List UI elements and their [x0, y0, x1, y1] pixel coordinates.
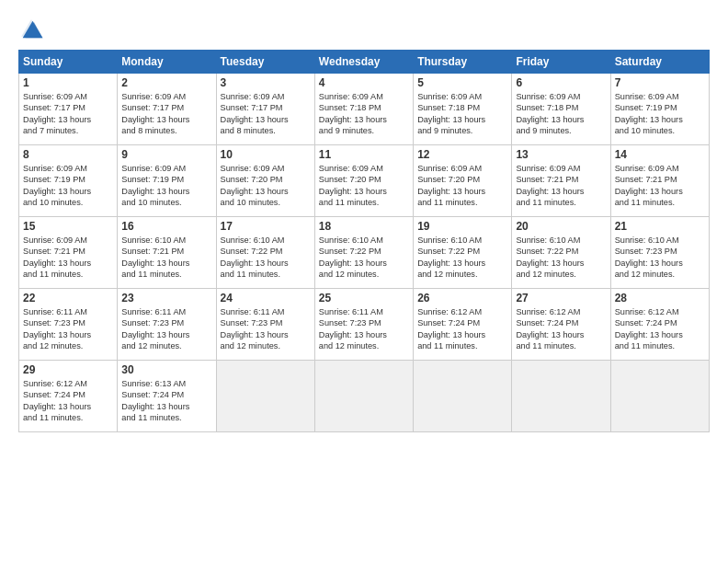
day-cell: 18Sunrise: 6:10 AMSunset: 7:22 PMDayligh… [314, 217, 413, 289]
day-cell [610, 361, 709, 432]
day-cell: 23Sunrise: 6:11 AMSunset: 7:23 PMDayligh… [118, 289, 216, 361]
day-number: 30 [121, 363, 211, 376]
day-cell: 26Sunrise: 6:12 AMSunset: 7:24 PMDayligh… [414, 289, 512, 361]
col-header-friday: Friday [512, 51, 610, 74]
day-cell: 11Sunrise: 6:09 AMSunset: 7:20 PMDayligh… [314, 145, 413, 217]
day-cell [512, 361, 610, 432]
day-info: Sunrise: 6:09 AMSunset: 7:20 PMDaylight:… [417, 163, 507, 209]
day-info: Sunrise: 6:13 AMSunset: 7:24 PMDaylight:… [121, 378, 211, 424]
calendar-table: SundayMondayTuesdayWednesdayThursdayFrid… [18, 50, 710, 432]
day-info: Sunrise: 6:09 AMSunset: 7:17 PMDaylight:… [23, 91, 113, 137]
day-cell: 5Sunrise: 6:09 AMSunset: 7:18 PMDaylight… [414, 74, 512, 145]
day-number: 9 [121, 148, 211, 161]
day-number: 24 [221, 292, 311, 304]
day-info: Sunrise: 6:09 AMSunset: 7:20 PMDaylight:… [221, 163, 311, 209]
day-info: Sunrise: 6:09 AMSunset: 7:21 PMDaylight:… [615, 163, 705, 209]
day-info: Sunrise: 6:09 AMSunset: 7:17 PMDaylight:… [221, 91, 311, 137]
day-number: 18 [319, 220, 409, 233]
day-number: 8 [23, 148, 113, 161]
day-cell: 14Sunrise: 6:09 AMSunset: 7:21 PMDayligh… [610, 145, 709, 217]
day-cell: 4Sunrise: 6:09 AMSunset: 7:18 PMDaylight… [314, 74, 413, 145]
day-cell: 25Sunrise: 6:11 AMSunset: 7:23 PMDayligh… [314, 289, 413, 361]
day-number: 1 [23, 76, 113, 89]
day-cell: 17Sunrise: 6:10 AMSunset: 7:22 PMDayligh… [216, 217, 314, 289]
day-info: Sunrise: 6:10 AMSunset: 7:22 PMDaylight:… [516, 235, 606, 281]
col-header-sunday: Sunday [19, 51, 118, 74]
day-info: Sunrise: 6:11 AMSunset: 7:23 PMDaylight:… [319, 306, 409, 352]
day-info: Sunrise: 6:11 AMSunset: 7:23 PMDaylight:… [221, 306, 311, 352]
day-info: Sunrise: 6:09 AMSunset: 7:18 PMDaylight:… [417, 91, 507, 137]
day-cell: 15Sunrise: 6:09 AMSunset: 7:21 PMDayligh… [19, 217, 118, 289]
day-info: Sunrise: 6:11 AMSunset: 7:23 PMDaylight:… [23, 306, 113, 352]
day-cell: 28Sunrise: 6:12 AMSunset: 7:24 PMDayligh… [610, 289, 709, 361]
day-cell: 6Sunrise: 6:09 AMSunset: 7:18 PMDaylight… [512, 74, 610, 145]
day-cell: 1Sunrise: 6:09 AMSunset: 7:17 PMDaylight… [19, 74, 118, 145]
header [18, 17, 710, 42]
week-row-4: 22Sunrise: 6:11 AMSunset: 7:23 PMDayligh… [19, 289, 710, 361]
calendar-header: SundayMondayTuesdayWednesdayThursdayFrid… [19, 51, 710, 74]
day-cell: 2Sunrise: 6:09 AMSunset: 7:17 PMDaylight… [118, 74, 216, 145]
col-header-tuesday: Tuesday [216, 51, 314, 74]
day-number: 10 [221, 148, 311, 161]
day-number: 2 [121, 76, 211, 89]
day-cell: 3Sunrise: 6:09 AMSunset: 7:17 PMDaylight… [216, 74, 314, 145]
col-header-monday: Monday [118, 51, 216, 74]
logo-icon [18, 17, 44, 42]
day-number: 16 [121, 220, 211, 233]
day-number: 11 [319, 148, 409, 161]
day-cell: 30Sunrise: 6:13 AMSunset: 7:24 PMDayligh… [118, 361, 216, 432]
day-number: 23 [121, 292, 211, 304]
day-number: 14 [615, 148, 705, 161]
day-cell: 27Sunrise: 6:12 AMSunset: 7:24 PMDayligh… [512, 289, 610, 361]
week-row-5: 29Sunrise: 6:12 AMSunset: 7:24 PMDayligh… [19, 361, 710, 432]
day-info: Sunrise: 6:09 AMSunset: 7:21 PMDaylight:… [516, 163, 606, 209]
day-number: 13 [516, 148, 606, 161]
day-number: 6 [516, 76, 606, 89]
day-info: Sunrise: 6:10 AMSunset: 7:22 PMDaylight:… [221, 235, 311, 281]
day-cell [414, 361, 512, 432]
page: SundayMondayTuesdayWednesdayThursdayFrid… [0, 0, 728, 563]
day-number: 26 [417, 292, 507, 304]
day-info: Sunrise: 6:12 AMSunset: 7:24 PMDaylight:… [615, 306, 705, 352]
day-number: 12 [417, 148, 507, 161]
day-number: 19 [417, 220, 507, 233]
day-number: 25 [319, 292, 409, 304]
logo [18, 17, 48, 42]
day-info: Sunrise: 6:09 AMSunset: 7:17 PMDaylight:… [121, 91, 211, 137]
day-info: Sunrise: 6:09 AMSunset: 7:19 PMDaylight:… [121, 163, 211, 209]
day-info: Sunrise: 6:09 AMSunset: 7:20 PMDaylight:… [319, 163, 409, 209]
day-number: 20 [516, 220, 606, 233]
day-info: Sunrise: 6:11 AMSunset: 7:23 PMDaylight:… [121, 306, 211, 352]
day-info: Sunrise: 6:12 AMSunset: 7:24 PMDaylight:… [417, 306, 507, 352]
day-info: Sunrise: 6:09 AMSunset: 7:21 PMDaylight:… [23, 235, 113, 281]
day-number: 22 [23, 292, 113, 304]
day-cell: 10Sunrise: 6:09 AMSunset: 7:20 PMDayligh… [216, 145, 314, 217]
day-cell: 19Sunrise: 6:10 AMSunset: 7:22 PMDayligh… [414, 217, 512, 289]
day-info: Sunrise: 6:12 AMSunset: 7:24 PMDaylight:… [516, 306, 606, 352]
day-cell: 8Sunrise: 6:09 AMSunset: 7:19 PMDaylight… [19, 145, 118, 217]
day-number: 5 [417, 76, 507, 89]
day-cell [314, 361, 413, 432]
day-number: 15 [23, 220, 113, 233]
day-number: 17 [221, 220, 311, 233]
week-row-3: 15Sunrise: 6:09 AMSunset: 7:21 PMDayligh… [19, 217, 710, 289]
col-header-wednesday: Wednesday [314, 51, 413, 74]
day-cell: 12Sunrise: 6:09 AMSunset: 7:20 PMDayligh… [414, 145, 512, 217]
day-number: 27 [516, 292, 606, 304]
day-cell: 29Sunrise: 6:12 AMSunset: 7:24 PMDayligh… [19, 361, 118, 432]
day-number: 7 [615, 76, 705, 89]
col-header-saturday: Saturday [610, 51, 709, 74]
day-info: Sunrise: 6:09 AMSunset: 7:19 PMDaylight:… [615, 91, 705, 137]
day-cell: 20Sunrise: 6:10 AMSunset: 7:22 PMDayligh… [512, 217, 610, 289]
week-row-1: 1Sunrise: 6:09 AMSunset: 7:17 PMDaylight… [19, 74, 710, 145]
day-info: Sunrise: 6:12 AMSunset: 7:24 PMDaylight:… [23, 378, 113, 424]
calendar-body: 1Sunrise: 6:09 AMSunset: 7:17 PMDaylight… [19, 74, 710, 432]
day-cell: 22Sunrise: 6:11 AMSunset: 7:23 PMDayligh… [19, 289, 118, 361]
day-cell: 21Sunrise: 6:10 AMSunset: 7:23 PMDayligh… [610, 217, 709, 289]
day-number: 29 [23, 363, 113, 376]
day-info: Sunrise: 6:10 AMSunset: 7:23 PMDaylight:… [615, 235, 705, 281]
day-cell: 24Sunrise: 6:11 AMSunset: 7:23 PMDayligh… [216, 289, 314, 361]
day-cell: 7Sunrise: 6:09 AMSunset: 7:19 PMDaylight… [610, 74, 709, 145]
day-info: Sunrise: 6:10 AMSunset: 7:22 PMDaylight:… [319, 235, 409, 281]
day-info: Sunrise: 6:10 AMSunset: 7:21 PMDaylight:… [121, 235, 211, 281]
